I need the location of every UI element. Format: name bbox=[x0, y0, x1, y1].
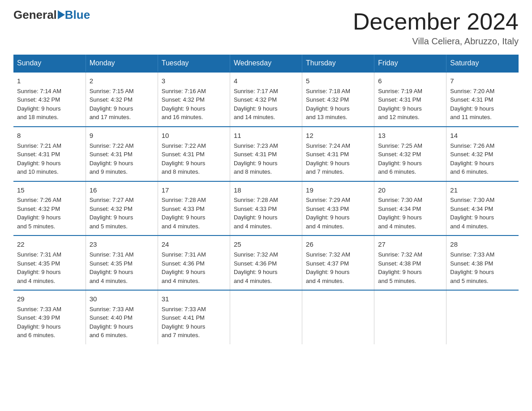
day-number: 20 bbox=[378, 185, 442, 195]
location-title: Villa Celiera, Abruzzo, Italy bbox=[353, 36, 519, 47]
calendar-week-row: 8Sunrise: 7:21 AMSunset: 4:31 PMDaylight… bbox=[13, 127, 519, 181]
day-number: 30 bbox=[90, 294, 154, 304]
day-info: Sunrise: 7:32 AMSunset: 4:37 PMDaylight:… bbox=[306, 250, 370, 285]
day-number: 2 bbox=[90, 76, 154, 86]
calendar-day-cell: 20Sunrise: 7:30 AMSunset: 4:34 PMDayligh… bbox=[374, 181, 446, 236]
logo-blue-text: Blue bbox=[65, 9, 90, 21]
calendar-table: SundayMondayTuesdayWednesdayThursdayFrid… bbox=[13, 55, 519, 344]
calendar-day-cell: 19Sunrise: 7:29 AMSunset: 4:33 PMDayligh… bbox=[302, 181, 374, 236]
calendar-day-cell: 11Sunrise: 7:23 AMSunset: 4:31 PMDayligh… bbox=[230, 127, 302, 181]
calendar-week-row: 29Sunrise: 7:33 AMSunset: 4:39 PMDayligh… bbox=[13, 290, 519, 344]
logo: General Blue bbox=[13, 9, 90, 21]
day-info: Sunrise: 7:30 AMSunset: 4:34 PMDaylight:… bbox=[378, 196, 442, 231]
calendar-day-cell: 27Sunrise: 7:32 AMSunset: 4:38 PMDayligh… bbox=[374, 235, 446, 290]
day-number: 31 bbox=[162, 294, 226, 304]
calendar-day-cell: 26Sunrise: 7:32 AMSunset: 4:37 PMDayligh… bbox=[302, 235, 374, 290]
day-info: Sunrise: 7:27 AMSunset: 4:32 PMDaylight:… bbox=[90, 196, 154, 231]
calendar-day-cell: 17Sunrise: 7:28 AMSunset: 4:33 PMDayligh… bbox=[158, 181, 230, 236]
page-header: General Blue December 2024 Villa Celiera… bbox=[13, 9, 519, 47]
calendar-day-cell: 14Sunrise: 7:26 AMSunset: 4:32 PMDayligh… bbox=[446, 127, 519, 181]
day-info: Sunrise: 7:30 AMSunset: 4:34 PMDaylight:… bbox=[450, 196, 515, 231]
day-info: Sunrise: 7:23 AMSunset: 4:31 PMDaylight:… bbox=[234, 141, 298, 176]
day-number: 28 bbox=[450, 240, 515, 249]
day-number: 27 bbox=[378, 240, 442, 249]
weekday-header-friday: Friday bbox=[374, 55, 446, 72]
day-number: 15 bbox=[17, 185, 82, 195]
calendar-day-cell: 21Sunrise: 7:30 AMSunset: 4:34 PMDayligh… bbox=[446, 181, 519, 236]
day-number: 10 bbox=[162, 131, 226, 141]
day-number: 12 bbox=[306, 131, 370, 141]
day-number: 8 bbox=[17, 131, 82, 141]
weekday-header-monday: Monday bbox=[86, 55, 158, 72]
day-info: Sunrise: 7:14 AMSunset: 4:32 PMDaylight:… bbox=[17, 87, 82, 122]
calendar-day-cell bbox=[230, 290, 302, 344]
day-info: Sunrise: 7:24 AMSunset: 4:31 PMDaylight:… bbox=[306, 141, 370, 176]
calendar-day-cell: 1Sunrise: 7:14 AMSunset: 4:32 PMDaylight… bbox=[13, 72, 86, 127]
day-info: Sunrise: 7:32 AMSunset: 4:36 PMDaylight:… bbox=[234, 250, 298, 285]
weekday-header-row: SundayMondayTuesdayWednesdayThursdayFrid… bbox=[13, 55, 519, 72]
day-number: 16 bbox=[90, 185, 154, 195]
calendar-day-cell: 30Sunrise: 7:33 AMSunset: 4:40 PMDayligh… bbox=[86, 290, 158, 344]
title-area: December 2024 Villa Celiera, Abruzzo, It… bbox=[353, 9, 519, 47]
calendar-day-cell: 15Sunrise: 7:26 AMSunset: 4:32 PMDayligh… bbox=[13, 181, 86, 236]
calendar-week-row: 15Sunrise: 7:26 AMSunset: 4:32 PMDayligh… bbox=[13, 181, 519, 236]
calendar-week-row: 22Sunrise: 7:31 AMSunset: 4:35 PMDayligh… bbox=[13, 235, 519, 290]
calendar-day-cell: 31Sunrise: 7:33 AMSunset: 4:41 PMDayligh… bbox=[158, 290, 230, 344]
calendar-day-cell: 28Sunrise: 7:33 AMSunset: 4:38 PMDayligh… bbox=[446, 235, 519, 290]
month-title: December 2024 bbox=[353, 9, 519, 34]
day-number: 6 bbox=[378, 76, 442, 86]
calendar-day-cell: 24Sunrise: 7:31 AMSunset: 4:36 PMDayligh… bbox=[158, 235, 230, 290]
day-info: Sunrise: 7:22 AMSunset: 4:31 PMDaylight:… bbox=[90, 141, 154, 176]
calendar-day-cell: 3Sunrise: 7:16 AMSunset: 4:32 PMDaylight… bbox=[158, 72, 230, 127]
calendar-day-cell: 5Sunrise: 7:18 AMSunset: 4:32 PMDaylight… bbox=[302, 72, 374, 127]
day-number: 26 bbox=[306, 240, 370, 249]
calendar-day-cell: 18Sunrise: 7:28 AMSunset: 4:33 PMDayligh… bbox=[230, 181, 302, 236]
day-number: 7 bbox=[450, 76, 515, 86]
day-info: Sunrise: 7:20 AMSunset: 4:31 PMDaylight:… bbox=[450, 87, 515, 122]
day-info: Sunrise: 7:15 AMSunset: 4:32 PMDaylight:… bbox=[90, 87, 154, 122]
day-number: 5 bbox=[306, 76, 370, 86]
day-number: 24 bbox=[162, 240, 226, 249]
day-number: 22 bbox=[17, 240, 82, 249]
calendar-day-cell: 25Sunrise: 7:32 AMSunset: 4:36 PMDayligh… bbox=[230, 235, 302, 290]
calendar-day-cell: 6Sunrise: 7:19 AMSunset: 4:31 PMDaylight… bbox=[374, 72, 446, 127]
calendar-day-cell: 2Sunrise: 7:15 AMSunset: 4:32 PMDaylight… bbox=[86, 72, 158, 127]
day-info: Sunrise: 7:32 AMSunset: 4:38 PMDaylight:… bbox=[378, 250, 442, 285]
day-info: Sunrise: 7:28 AMSunset: 4:33 PMDaylight:… bbox=[162, 196, 226, 231]
day-info: Sunrise: 7:17 AMSunset: 4:32 PMDaylight:… bbox=[234, 87, 298, 122]
day-number: 19 bbox=[306, 185, 370, 195]
calendar-day-cell bbox=[374, 290, 446, 344]
day-info: Sunrise: 7:18 AMSunset: 4:32 PMDaylight:… bbox=[306, 87, 370, 122]
day-number: 1 bbox=[17, 76, 82, 86]
day-number: 21 bbox=[450, 185, 515, 195]
day-info: Sunrise: 7:25 AMSunset: 4:32 PMDaylight:… bbox=[378, 141, 442, 176]
day-number: 9 bbox=[90, 131, 154, 141]
day-number: 11 bbox=[234, 131, 298, 141]
day-number: 3 bbox=[162, 76, 226, 86]
day-number: 25 bbox=[234, 240, 298, 249]
day-number: 4 bbox=[234, 76, 298, 86]
day-number: 17 bbox=[162, 185, 226, 195]
day-number: 14 bbox=[450, 131, 515, 141]
day-info: Sunrise: 7:31 AMSunset: 4:35 PMDaylight:… bbox=[90, 250, 154, 285]
calendar-day-cell: 7Sunrise: 7:20 AMSunset: 4:31 PMDaylight… bbox=[446, 72, 519, 127]
weekday-header-thursday: Thursday bbox=[302, 55, 374, 72]
day-number: 23 bbox=[90, 240, 154, 249]
day-info: Sunrise: 7:31 AMSunset: 4:35 PMDaylight:… bbox=[17, 250, 82, 285]
calendar-day-cell: 13Sunrise: 7:25 AMSunset: 4:32 PMDayligh… bbox=[374, 127, 446, 181]
calendar-day-cell: 22Sunrise: 7:31 AMSunset: 4:35 PMDayligh… bbox=[13, 235, 86, 290]
day-info: Sunrise: 7:33 AMSunset: 4:40 PMDaylight:… bbox=[90, 305, 154, 340]
calendar-day-cell: 12Sunrise: 7:24 AMSunset: 4:31 PMDayligh… bbox=[302, 127, 374, 181]
day-info: Sunrise: 7:33 AMSunset: 4:39 PMDaylight:… bbox=[17, 305, 82, 340]
weekday-header-tuesday: Tuesday bbox=[158, 55, 230, 72]
logo-arrow-icon bbox=[58, 10, 65, 19]
calendar-day-cell bbox=[302, 290, 374, 344]
calendar-day-cell: 10Sunrise: 7:22 AMSunset: 4:31 PMDayligh… bbox=[158, 127, 230, 181]
day-info: Sunrise: 7:19 AMSunset: 4:31 PMDaylight:… bbox=[378, 87, 442, 122]
calendar-day-cell: 4Sunrise: 7:17 AMSunset: 4:32 PMDaylight… bbox=[230, 72, 302, 127]
calendar-day-cell: 23Sunrise: 7:31 AMSunset: 4:35 PMDayligh… bbox=[86, 235, 158, 290]
day-info: Sunrise: 7:22 AMSunset: 4:31 PMDaylight:… bbox=[162, 141, 226, 176]
day-info: Sunrise: 7:26 AMSunset: 4:32 PMDaylight:… bbox=[17, 196, 82, 231]
logo-general-text: General bbox=[13, 9, 57, 21]
calendar-day-cell bbox=[446, 290, 519, 344]
